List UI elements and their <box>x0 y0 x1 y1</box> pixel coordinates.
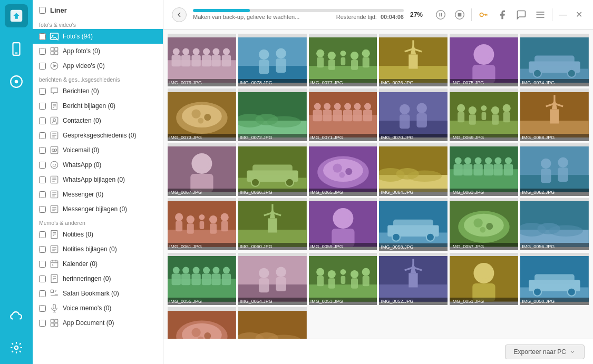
photo-cell[interactable]: IMG_0076.JPG <box>379 34 448 86</box>
voicemail-checkbox[interactable] <box>39 147 46 154</box>
sidebar-item-messenger-bijlagen[interactable]: Messenger bijlagen (0) <box>33 202 163 217</box>
sidebar-item-bericht-bijlagen[interactable]: Bericht bijlagen (0) <box>33 99 163 113</box>
photo-cell[interactable]: IMG_0079.JPG <box>168 34 236 86</box>
photo-cell[interactable]: IMG_0052.JPG <box>379 253 448 306</box>
bericht-bijlagen-checkbox[interactable] <box>39 103 46 110</box>
liner-checkbox[interactable] <box>39 7 46 14</box>
photo-cell[interactable]: IMG_0049.JPG <box>168 307 236 339</box>
photo-cell[interactable]: IMG_0065.JPG <box>309 143 377 196</box>
svg-point-28 <box>51 161 58 169</box>
menu-button[interactable] <box>533 7 548 22</box>
facebook-button[interactable] <box>495 7 510 22</box>
svg-rect-235 <box>268 219 277 233</box>
sidebar-item-herinneringen[interactable]: herinneringen (0) <box>33 271 163 286</box>
sidebar-item-fotos[interactable]: Foto's (94) <box>33 29 163 44</box>
nav-cloud[interactable] <box>0 299 33 331</box>
photo-cell[interactable]: IMG_0075.JPG <box>450 34 518 86</box>
photo-cell[interactable]: IMG_0048.JPG <box>238 307 307 339</box>
nav-tools[interactable] <box>0 331 33 364</box>
sidebar-item-app-fotos[interactable]: App foto's (0) <box>33 44 163 58</box>
photo-cell[interactable]: IMG_0063.JPG <box>450 143 518 196</box>
sidebar-item-app-videos[interactable]: App video's (0) <box>33 58 163 73</box>
app-fotos-checkbox[interactable] <box>39 48 46 55</box>
photo-cell[interactable]: IMG_0058.JPG <box>379 198 448 251</box>
whatsapp-bijlagen-checkbox[interactable] <box>39 176 46 183</box>
photo-cell[interactable]: IMG_0069.JPG <box>450 88 518 141</box>
messenger-bijlagen-checkbox[interactable] <box>39 206 46 213</box>
svg-rect-68 <box>51 323 54 327</box>
herinneringen-checkbox[interactable] <box>39 276 46 282</box>
sidebar-item-safari[interactable]: Safari Bookmark (0) <box>33 286 163 301</box>
svg-point-286 <box>327 270 335 278</box>
messenger-checkbox[interactable] <box>39 191 46 198</box>
kalender-checkbox[interactable] <box>39 261 46 268</box>
svg-rect-293 <box>362 276 369 286</box>
sidebar-item-voicemail[interactable]: Voicemail (0) <box>33 143 163 158</box>
back-button[interactable] <box>172 7 187 22</box>
sidebar-item-gespreks[interactable]: Gespreksgeschiedenis (0) <box>33 128 163 143</box>
photo-cell[interactable]: IMG_0074.JPG <box>520 34 589 86</box>
sidebar-item-notities-bijlagen[interactable]: Notities bijlagen (0) <box>33 242 163 257</box>
sidebar-item-app-document[interactable]: App Document (0) <box>33 316 163 330</box>
gespreks-checkbox[interactable] <box>39 132 46 139</box>
sidebar-item-whatsapp[interactable]: WhatsApp (0) <box>33 158 163 172</box>
sidebar-item-whatsapp-bijlagen[interactable]: WhatsApp bijlagen (0) <box>33 172 163 187</box>
photo-cell[interactable]: IMG_0064.JPG <box>379 143 448 196</box>
sidebar-item-kalender[interactable]: 6 Kalender (0) <box>33 257 163 271</box>
app-document-checkbox[interactable] <box>39 320 46 327</box>
berichten-checkbox[interactable] <box>39 88 46 95</box>
photo-cell[interactable]: IMG_0068.JPG <box>520 88 589 141</box>
photo-cell[interactable]: IMG_0050.JPG <box>520 253 589 306</box>
photo-cell[interactable]: IMG_0070.JPG <box>379 88 448 141</box>
whatsapp-checkbox[interactable] <box>39 162 46 169</box>
sidebar-item-messenger[interactable]: Messenger (0) <box>33 187 163 202</box>
photo-cell[interactable]: IMG_0055.JPG <box>168 253 236 306</box>
app-videos-checkbox[interactable] <box>39 63 46 70</box>
svg-point-183 <box>195 156 209 170</box>
photo-cell[interactable]: IMG_0051.JPG <box>450 253 518 306</box>
key-button[interactable] <box>476 7 491 22</box>
photo-cell[interactable]: IMG_0067.JPG <box>168 143 236 196</box>
photo-cell[interactable]: IMG_0056.JPG <box>520 198 589 251</box>
svg-point-95 <box>259 49 269 59</box>
photo-cell[interactable]: IMG_0073.JPG <box>168 88 236 141</box>
sidebar-item-berichten[interactable]: Berichten (0) <box>33 84 163 99</box>
photo-label: IMG_0050.JPG <box>520 298 589 305</box>
notities-checkbox[interactable] <box>39 231 46 238</box>
sidebar-item-contacten[interactable]: Contacten (0) <box>33 113 163 128</box>
contacten-checkbox[interactable] <box>39 117 46 124</box>
photo-cell[interactable]: IMG_0053.JPG <box>309 253 377 306</box>
svg-rect-228 <box>200 221 205 229</box>
notities-label: Notities (0) <box>63 231 93 238</box>
photo-cell[interactable]: IMG_0059.JPG <box>309 198 377 251</box>
svg-rect-296 <box>409 273 418 288</box>
photo-cell[interactable]: IMG_0077.JPG <box>309 34 377 86</box>
photo-cell[interactable]: IMG_0060.JPG <box>238 198 307 251</box>
whatsapp-attach-icon <box>49 174 60 185</box>
nav-device[interactable] <box>0 33 33 65</box>
voice-memo-checkbox[interactable] <box>39 305 46 312</box>
sidebar-item-voice-memo[interactable]: Voice memo's (0) <box>33 301 163 316</box>
pause-button[interactable] <box>433 7 448 22</box>
svg-point-131 <box>182 104 222 127</box>
minimize-button[interactable]: — <box>557 8 569 22</box>
fotos-checkbox[interactable] <box>39 33 46 40</box>
stop-button[interactable] <box>452 7 467 22</box>
photo-cell[interactable]: IMG_0072.JPG <box>238 88 307 141</box>
svg-rect-56 <box>51 275 57 283</box>
export-button[interactable]: Exporteer naar PC <box>505 345 585 359</box>
photo-cell[interactable]: IMG_0054.JPG <box>238 253 307 306</box>
sidebar-item-notities[interactable]: Notities (0) <box>33 227 163 242</box>
notities-bijlagen-checkbox[interactable] <box>39 246 46 253</box>
photo-cell[interactable]: IMG_0057.JPG <box>450 198 518 251</box>
photo-cell[interactable]: IMG_0062.JPG <box>520 143 589 196</box>
photo-cell[interactable]: IMG_0066.JPG <box>238 143 307 196</box>
chat-button[interactable] <box>514 7 529 22</box>
close-button[interactable]: ✕ <box>573 7 585 22</box>
photo-cell[interactable]: IMG_0078.JPG <box>238 34 307 86</box>
app-document-label: App Document (0) <box>63 319 114 327</box>
photo-cell[interactable]: IMG_0061.JPG <box>168 198 236 251</box>
photo-cell[interactable]: IMG_0071.JPG <box>309 88 377 141</box>
safari-checkbox[interactable] <box>39 290 46 297</box>
nav-music[interactable] <box>0 65 33 98</box>
